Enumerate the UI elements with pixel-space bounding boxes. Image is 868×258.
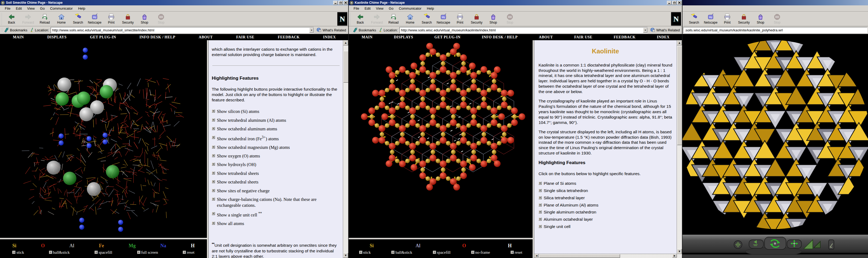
whats-related-button[interactable]: What's Related [315,27,348,33]
toolbar-button-back[interactable]: Back [3,12,20,26]
chime-control-button[interactable]: × [12,251,16,254]
chime-control-button[interactable]: × [137,251,141,254]
chime-highlight-button[interactable]: × [212,136,215,139]
chime-highlight-button[interactable]: × [212,197,215,201]
toolbar-button-search[interactable]: Search [70,12,86,26]
chime-highlight-button[interactable]: × [538,181,542,185]
close-button[interactable] [343,1,348,5]
nav-link-about[interactable]: ABOUT [539,35,553,39]
restore-button[interactable] [338,1,343,5]
nav-link-about[interactable]: ABOUT [199,35,213,39]
toolbar-button-back[interactable]: Back [352,12,369,26]
vertical-scrollbar[interactable]: ▲ ▼ [677,40,682,254]
chime-highlight-button[interactable]: × [212,154,215,157]
chime-control-button[interactable]: × [49,251,52,254]
chime-highlight-button[interactable]: × [538,218,542,221]
kaolinite-polyhedra-model[interactable] [682,34,868,258]
nav-link-feedback[interactable]: FEEDBACK [278,35,300,39]
nav-link-main[interactable]: MAIN [13,35,24,39]
toolbar-grip[interactable] [1,12,2,25]
menu-view[interactable]: View [24,6,37,11]
toolbar-button-search[interactable]: Search [686,12,702,26]
nav-link-info-desk-help[interactable]: INFO DESK / HELP [482,35,518,39]
toolbar-button-search[interactable]: Search [418,12,435,26]
toolbar-button-home[interactable]: Home [402,12,418,26]
chime-highlight-button[interactable]: × [212,163,215,166]
nav-link-displays[interactable]: DISPLAYS [47,35,66,39]
close-button[interactable] [677,1,682,5]
chime-highlight-button[interactable]: × [212,180,215,183]
menu-communicator[interactable]: Communicator [48,6,75,11]
nav-link-get-plug-in[interactable]: GET PLUG-IN [90,35,116,39]
bookmarks-button[interactable]: Bookmarks [10,28,27,32]
chime-highlight-button[interactable]: × [212,189,215,192]
menu-communicator[interactable]: Communicator [396,6,424,11]
control-spacefill[interactable]: ×spacefill [433,250,451,255]
chime-highlight-button[interactable]: × [212,171,215,175]
control-reset[interactable]: ×reset [183,250,194,255]
toolbar-button-security[interactable]: Security [468,12,485,26]
titlebar-kaolinite[interactable]: Kaolinite Chime Page - Netscape [349,0,682,5]
scroll-down-button[interactable]: ▼ [677,249,682,254]
whats-related-button[interactable]: What's Related [649,27,681,33]
control-full-screen[interactable]: ×full screen [137,250,158,255]
control-stick[interactable]: ×stick [12,250,24,255]
toolbar-button-reload[interactable]: Reload [36,12,53,26]
nav-link-info-desk-help[interactable]: INFO DESK / HELP [140,35,175,39]
toolbar-button-reload[interactable]: Reload [385,12,402,26]
location-dropdown-icon[interactable]: ▼ [643,28,647,33]
toolbar-button-netscape[interactable]: MyNetscape [86,12,103,26]
control-spacefill[interactable]: ×spacefill [95,250,112,255]
toolbar-button-home[interactable]: Home [53,12,70,26]
chime-highlight-button[interactable]: × [212,145,215,149]
chime-highlight-button[interactable]: × [538,189,542,192]
nav-link-feedback[interactable]: FEEDBACK [614,35,636,39]
bookmarks-icon[interactable] [352,27,358,33]
nav-link-displays[interactable]: DISPLAYS [394,35,413,39]
location-dropdown-icon[interactable]: ▼ [309,28,314,33]
toolbar-button-print[interactable]: Print [103,12,120,26]
menu-view[interactable]: View [373,6,386,11]
toolbar-button-shop[interactable]: @Shop [752,12,769,26]
control-no-frame[interactable]: ×no-frame [471,250,490,255]
control-ball-stick[interactable]: ×ball&stick [49,250,70,255]
chime-highlight-button[interactable]: × [538,203,542,206]
chime-control-button[interactable]: × [183,251,186,254]
bookmarks-button[interactable]: Bookmarks [359,28,376,32]
netscape-logo[interactable]: N [671,12,681,26]
toolbar-button-forward[interactable]: Forward [20,12,36,26]
location-input[interactable]: .soils.wisc.edu/virtual_museum/kaolinite… [683,27,867,33]
toolbar-button-shop[interactable]: @Shop [136,12,153,26]
toolbar-button-forward[interactable]: Forward [369,12,385,26]
chime-control-button[interactable]: × [392,251,395,254]
chime-control-button[interactable]: × [471,251,474,254]
toolbar-button-stop[interactable]: Stop [769,12,785,26]
chime-control-button[interactable]: × [511,251,514,254]
scroll-left-button[interactable]: ◀ [534,254,539,257]
chime-highlight-button[interactable]: × [212,109,215,113]
horizontal-scrollbar[interactable]: ◀ ▶ [534,254,682,258]
toolbar-button-netscape[interactable]: MyNetscape [435,12,452,26]
chime-control-button[interactable]: × [359,251,363,254]
nav-link-index[interactable]: INDEX [323,35,336,39]
menu-edit[interactable]: Edit [13,6,24,11]
scroll-thumb[interactable] [677,46,682,145]
location-input[interactable]: http://www.soils.wisc.edu/virtual_museum… [51,27,314,33]
chime-highlight-button[interactable]: × [212,127,215,130]
nav-link-fair-use[interactable]: FAIR USE [574,35,592,39]
menu-file[interactable]: File [351,6,362,11]
chime-highlight-button[interactable]: × [212,222,215,225]
menu-go[interactable]: Go [37,6,47,11]
scroll-down-button[interactable]: ▼ [343,253,348,258]
vrml-3d-view[interactable] [682,34,868,258]
minimize-button[interactable] [333,1,338,5]
toolbar-button-shop[interactable]: @Shop [485,12,501,26]
control-reset[interactable]: ×reset [511,250,522,255]
titlebar-smectite[interactable]: Soil Smectite Chime Page - Netscape [0,0,349,5]
nav-link-main[interactable]: MAIN [362,35,373,39]
menu-help[interactable]: Help [75,6,88,11]
scroll-thumb[interactable] [539,254,620,258]
bookmarks-icon[interactable] [4,27,9,33]
titlebar-vrml[interactable] [682,0,868,5]
kaolinite-model-view[interactable] [349,40,533,238]
